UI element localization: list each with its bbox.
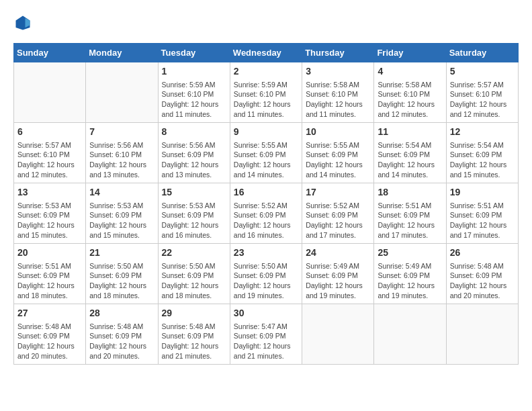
day-number: 9 [234, 126, 298, 139]
calendar-body: 1Sunrise: 5:59 AM Sunset: 6:10 PM Daylig… [14, 62, 519, 365]
calendar-cell: 8Sunrise: 5:56 AM Sunset: 6:09 PM Daylig… [158, 123, 230, 183]
day-number: 16 [234, 186, 298, 199]
day-number: 23 [234, 246, 298, 260]
day-info: Sunrise: 5:50 AM Sunset: 6:09 PM Dayligh… [234, 261, 298, 301]
day-info: Sunrise: 5:55 AM Sunset: 6:09 PM Dayligh… [234, 140, 298, 180]
logo [13, 13, 35, 32]
day-info: Sunrise: 5:51 AM Sunset: 6:09 PM Dayligh… [378, 201, 442, 240]
day-number: 30 [234, 307, 298, 320]
day-info: Sunrise: 5:50 AM Sunset: 6:09 PM Dayligh… [89, 261, 154, 301]
calendar-cell [446, 304, 518, 365]
day-info: Sunrise: 5:48 AM Sunset: 6:09 PM Dayligh… [450, 261, 515, 301]
day-info: Sunrise: 5:56 AM Sunset: 6:10 PM Dayligh… [89, 140, 154, 180]
day-info: Sunrise: 5:59 AM Sunset: 6:10 PM Dayligh… [234, 80, 298, 120]
day-number: 11 [378, 126, 442, 139]
calendar-cell: 30Sunrise: 5:47 AM Sunset: 6:09 PM Dayli… [230, 304, 302, 365]
day-info: Sunrise: 5:48 AM Sunset: 6:09 PM Dayligh… [17, 322, 82, 361]
day-number: 12 [450, 126, 515, 139]
calendar-week-row: 13Sunrise: 5:53 AM Sunset: 6:09 PM Dayli… [14, 183, 519, 244]
calendar-cell: 29Sunrise: 5:48 AM Sunset: 6:09 PM Dayli… [158, 304, 230, 365]
day-number: 4 [378, 65, 442, 79]
calendar-cell: 21Sunrise: 5:50 AM Sunset: 6:09 PM Dayli… [86, 244, 158, 304]
weekday-header: Tuesday [158, 44, 230, 62]
calendar-week-row: 27Sunrise: 5:48 AM Sunset: 6:09 PM Dayli… [14, 304, 519, 365]
calendar-cell: 28Sunrise: 5:48 AM Sunset: 6:09 PM Dayli… [86, 304, 158, 365]
day-info: Sunrise: 5:48 AM Sunset: 6:09 PM Dayligh… [162, 322, 226, 361]
calendar-cell [374, 304, 446, 365]
day-info: Sunrise: 5:51 AM Sunset: 6:09 PM Dayligh… [450, 201, 515, 240]
day-info: Sunrise: 5:50 AM Sunset: 6:09 PM Dayligh… [162, 261, 226, 301]
calendar-cell [302, 304, 374, 365]
day-number: 26 [450, 246, 515, 260]
calendar-cell: 7Sunrise: 5:56 AM Sunset: 6:10 PM Daylig… [86, 123, 158, 183]
day-info: Sunrise: 5:51 AM Sunset: 6:09 PM Dayligh… [17, 261, 82, 301]
calendar-cell: 13Sunrise: 5:53 AM Sunset: 6:09 PM Dayli… [14, 183, 86, 244]
day-number: 2 [234, 65, 298, 79]
calendar-week-row: 6Sunrise: 5:57 AM Sunset: 6:10 PM Daylig… [14, 123, 519, 183]
calendar-cell: 6Sunrise: 5:57 AM Sunset: 6:10 PM Daylig… [14, 123, 86, 183]
day-number: 1 [162, 65, 226, 79]
calendar-header: SundayMondayTuesdayWednesdayThursdayFrid… [14, 44, 519, 62]
calendar-cell: 4Sunrise: 5:58 AM Sunset: 6:10 PM Daylig… [374, 62, 446, 123]
weekday-row: SundayMondayTuesdayWednesdayThursdayFrid… [14, 44, 519, 62]
day-info: Sunrise: 5:53 AM Sunset: 6:09 PM Dayligh… [17, 201, 82, 240]
page-header [13, 13, 519, 32]
weekday-header: Monday [86, 44, 158, 62]
calendar-cell: 3Sunrise: 5:58 AM Sunset: 6:10 PM Daylig… [302, 62, 374, 123]
calendar-cell: 1Sunrise: 5:59 AM Sunset: 6:10 PM Daylig… [158, 62, 230, 123]
calendar-week-row: 1Sunrise: 5:59 AM Sunset: 6:10 PM Daylig… [14, 62, 519, 123]
day-number: 3 [306, 65, 370, 79]
day-number: 27 [17, 307, 82, 320]
day-info: Sunrise: 5:54 AM Sunset: 6:09 PM Dayligh… [378, 140, 442, 180]
calendar-cell: 5Sunrise: 5:57 AM Sunset: 6:10 PM Daylig… [446, 62, 518, 123]
day-number: 21 [89, 246, 154, 260]
day-info: Sunrise: 5:57 AM Sunset: 6:10 PM Dayligh… [450, 80, 515, 120]
day-number: 20 [17, 246, 82, 260]
day-number: 5 [450, 65, 515, 79]
calendar-cell: 11Sunrise: 5:54 AM Sunset: 6:09 PM Dayli… [374, 123, 446, 183]
calendar-cell: 9Sunrise: 5:55 AM Sunset: 6:09 PM Daylig… [230, 123, 302, 183]
day-number: 13 [17, 186, 82, 199]
calendar-cell: 15Sunrise: 5:53 AM Sunset: 6:09 PM Dayli… [158, 183, 230, 244]
weekday-header: Saturday [446, 44, 518, 62]
weekday-header: Friday [374, 44, 446, 62]
day-number: 24 [306, 246, 370, 260]
day-info: Sunrise: 5:47 AM Sunset: 6:09 PM Dayligh… [234, 322, 298, 361]
day-number: 19 [450, 186, 515, 199]
calendar-cell [14, 62, 86, 123]
day-info: Sunrise: 5:55 AM Sunset: 6:09 PM Dayligh… [306, 140, 370, 180]
calendar-cell: 26Sunrise: 5:48 AM Sunset: 6:09 PM Dayli… [446, 244, 518, 304]
weekday-header: Wednesday [230, 44, 302, 62]
calendar-cell: 23Sunrise: 5:50 AM Sunset: 6:09 PM Dayli… [230, 244, 302, 304]
day-number: 14 [89, 186, 154, 199]
calendar-cell: 17Sunrise: 5:52 AM Sunset: 6:09 PM Dayli… [302, 183, 374, 244]
day-number: 10 [306, 126, 370, 139]
calendar-cell: 12Sunrise: 5:54 AM Sunset: 6:09 PM Dayli… [446, 123, 518, 183]
day-number: 15 [162, 186, 226, 199]
calendar-cell: 16Sunrise: 5:52 AM Sunset: 6:09 PM Dayli… [230, 183, 302, 244]
day-number: 6 [17, 126, 82, 139]
day-info: Sunrise: 5:56 AM Sunset: 6:09 PM Dayligh… [162, 140, 226, 180]
calendar-cell: 20Sunrise: 5:51 AM Sunset: 6:09 PM Dayli… [14, 244, 86, 304]
day-number: 17 [306, 186, 370, 199]
day-info: Sunrise: 5:48 AM Sunset: 6:09 PM Dayligh… [89, 322, 154, 361]
calendar-cell: 27Sunrise: 5:48 AM Sunset: 6:09 PM Dayli… [14, 304, 86, 365]
weekday-header: Sunday [14, 44, 86, 62]
day-info: Sunrise: 5:54 AM Sunset: 6:09 PM Dayligh… [450, 140, 515, 180]
calendar-cell: 18Sunrise: 5:51 AM Sunset: 6:09 PM Dayli… [374, 183, 446, 244]
day-info: Sunrise: 5:58 AM Sunset: 6:10 PM Dayligh… [378, 80, 442, 120]
day-info: Sunrise: 5:59 AM Sunset: 6:10 PM Dayligh… [162, 80, 226, 120]
day-info: Sunrise: 5:58 AM Sunset: 6:10 PM Dayligh… [306, 80, 370, 120]
day-info: Sunrise: 5:49 AM Sunset: 6:09 PM Dayligh… [378, 261, 442, 301]
day-info: Sunrise: 5:57 AM Sunset: 6:10 PM Dayligh… [17, 140, 82, 180]
day-info: Sunrise: 5:52 AM Sunset: 6:09 PM Dayligh… [234, 201, 298, 240]
day-number: 29 [162, 307, 226, 320]
day-info: Sunrise: 5:49 AM Sunset: 6:09 PM Dayligh… [306, 261, 370, 301]
calendar-table: SundayMondayTuesdayWednesdayThursdayFrid… [13, 43, 519, 365]
day-number: 28 [89, 307, 154, 320]
day-info: Sunrise: 5:53 AM Sunset: 6:09 PM Dayligh… [162, 201, 226, 240]
day-info: Sunrise: 5:53 AM Sunset: 6:09 PM Dayligh… [89, 201, 154, 240]
calendar-cell: 22Sunrise: 5:50 AM Sunset: 6:09 PM Dayli… [158, 244, 230, 304]
calendar-cell [86, 62, 158, 123]
calendar-cell: 10Sunrise: 5:55 AM Sunset: 6:09 PM Dayli… [302, 123, 374, 183]
